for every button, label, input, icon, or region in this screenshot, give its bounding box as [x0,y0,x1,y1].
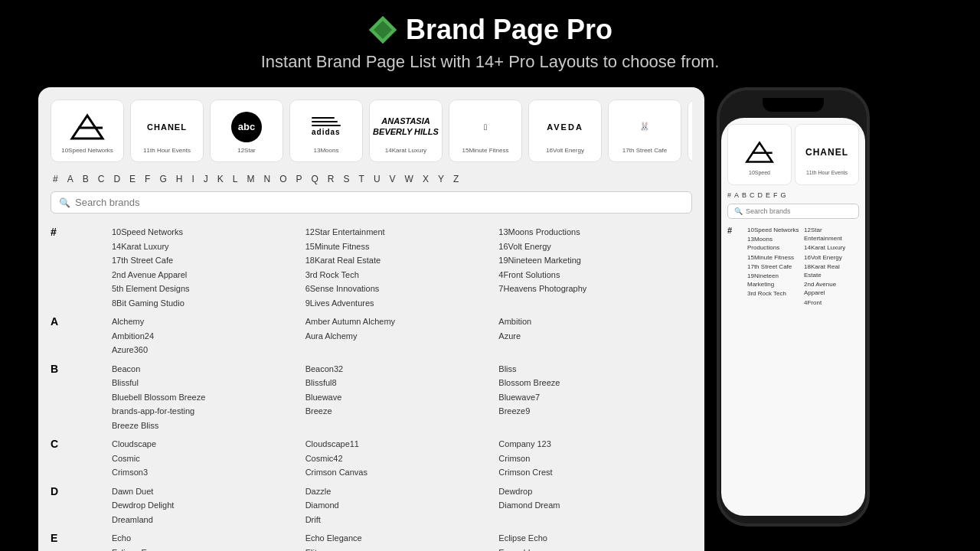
alpha-y[interactable]: Y [436,173,446,185]
search-input[interactable] [75,197,684,208]
alpha-n[interactable]: N [261,173,273,185]
brand-card-aveda[interactable]: AVEDA 16Volt Energy [528,99,602,162]
alpha-m[interactable]: M [244,173,256,185]
brand-table: # 10Speed Networks 14Karat Luxury 17th S… [51,221,692,551]
alpha-t[interactable]: T [357,173,367,185]
alpha-p[interactable]: P [294,173,305,185]
section-d: D [51,481,112,499]
d-col1: Dawn Duet Dewdrop Delight Dreamland [112,481,305,528]
alpha-o[interactable]: O [277,173,289,185]
b-col2: Beacon32 Blissful8 Bluewave Breeze [305,358,499,434]
mobile-alpha-c[interactable]: C [750,191,755,199]
mobile-search-bar[interactable]: 🔍 [727,204,859,219]
alpha-s[interactable]: S [341,173,352,185]
e-col1: Echo Eclipse Essence [112,527,305,551]
alpha-hash[interactable]: # [51,173,60,185]
alpha-z[interactable]: Z [451,173,461,185]
alpha-b[interactable]: B [80,173,91,185]
desktop-panel: 10Speed Networks CHANEL 11th Hour Events… [38,87,704,551]
e-col2: Echo Elegance Elite [305,527,499,551]
alpha-i[interactable]: I [189,173,196,185]
a-col3: Ambition Azure [498,311,692,358]
mobile-inner: 10Speed CHANEL 11th Hour Events # A B C … [721,118,865,516]
mobile-alpha-d[interactable]: D [758,191,763,199]
brand-logos-row: 10Speed Networks CHANEL 11th Hour Events… [51,99,692,162]
main-content: 10Speed Networks CHANEL 11th Hour Events… [38,87,942,551]
alpha-v[interactable]: V [387,173,398,185]
alpha-q[interactable]: Q [309,173,321,185]
mobile-alpha-hash[interactable]: # [727,191,731,199]
c-col1: Cloudscape Cosmic Crimson3 [112,433,305,481]
alpha-r[interactable]: R [325,173,337,185]
alpha-u[interactable]: U [371,173,383,185]
a-col2: Amber Autumn Alchemy Aura Alchemy [305,311,499,358]
b-col1: Beacon Blissful Bluebell Blossom Breeze … [112,358,305,434]
mobile-alpha-nav: # A B C D E F G [727,191,859,199]
section-hash: # [51,221,112,240]
alpha-d[interactable]: D [111,173,122,185]
e-col3: Eclipse Echo Emerald [498,527,692,551]
search-bar[interactable]: 🔍 [51,191,692,214]
alpha-j[interactable]: J [201,173,211,185]
a-col1: Alchemy Ambition24 Azure360 [112,311,305,358]
hash-col3: 13Moons Productions 16Volt Energy 19Nine… [498,221,692,311]
brand-card-reebok[interactable]: 10Speed Networks [51,99,124,162]
alpha-g[interactable]: G [157,173,168,185]
brand-card-adidas[interactable]: adidas 13Moons [289,99,363,162]
d-col2: Dazzle Diamond Drift [305,481,499,528]
mobile-hash-col1: 10Speed Networks 13Moons Productions 15M… [746,223,802,309]
alpha-a[interactable]: A [65,173,76,185]
brand-card-apple[interactable]:  15Minute Fitness [449,99,522,162]
mobile-notch [763,98,824,112]
mobile-alpha-e[interactable]: E [766,191,770,199]
mobile-logos-row: 10Speed CHANEL 11th Hour Events [727,124,859,185]
mobile-brand-card-chanel[interactable]: CHANEL 11th Hour Events [795,124,859,185]
alpha-nav: # A B C D E F G H I J K L M N O P Q R S … [51,173,692,185]
alpha-l[interactable]: L [230,173,240,185]
section-b: B [51,358,112,377]
section-e: E [51,527,112,546]
diamond-icon [368,15,398,45]
mobile-brand-card-reebok[interactable]: 10Speed [727,124,792,185]
brand-card-rabbit[interactable]: 🐰 17th Street Cafe [608,99,681,162]
search-icon: 🔍 [59,197,70,208]
brand-card-abc[interactable]: abc 12Star [210,99,283,162]
mobile-section-hash: # [727,223,746,309]
alpha-f[interactable]: F [142,173,152,185]
c-col2: Cloudscape11 Cosmic42 Crimson Canvas [305,433,499,481]
brand-card-chanel[interactable]: CHANEL 11th Hour Events [130,99,204,162]
mobile-search-input[interactable] [746,207,852,215]
hash-col1: 10Speed Networks 14Karat Luxury 17th Str… [112,221,305,311]
alpha-w[interactable]: W [403,173,416,185]
alpha-h[interactable]: H [174,173,185,185]
alpha-e[interactable]: E [127,173,138,185]
section-a: A [51,311,112,329]
mobile-brand-table: # 10Speed Networks 13Moons Productions 1… [727,223,859,309]
brand-card-bbc[interactable]: B B C 18Karat Real Estate [688,99,692,162]
mobile-search-icon: 🔍 [734,207,743,215]
subtitle: Instant Brand Page List with 14+ Pro Lay… [261,52,720,72]
brand-card-anastasia[interactable]: ANASTASIABEVERLY HILLS 14Karat Luxury [369,99,443,162]
mobile-alpha-a[interactable]: A [734,191,739,199]
mobile-alpha-g[interactable]: G [781,191,786,199]
b-col3: Bliss Blossom Breeze Bluewave7 Breeze9 [498,358,692,434]
mobile-hash-col2: 12Star Entertainment 14Karat Luxury 16Vo… [802,223,859,309]
mobile-panel: 10Speed CHANEL 11th Hour Events # A B C … [717,87,870,527]
alpha-k[interactable]: K [215,173,226,185]
mobile-alpha-f[interactable]: F [773,191,778,199]
app-title: Brand Page Pro [261,14,720,46]
alpha-c[interactable]: C [96,173,107,185]
hash-col2: 12Star Entertainment 15Minute Fitness 18… [305,221,499,311]
c-col3: Company 123 Crimson Crimson Crest [498,433,692,481]
section-c: C [51,433,112,452]
alpha-x[interactable]: X [420,173,431,185]
mobile-alpha-b[interactable]: B [742,191,746,199]
d-col3: Dewdrop Diamond Dream [498,481,692,528]
header: Brand Page Pro Instant Brand Page List w… [261,0,720,80]
